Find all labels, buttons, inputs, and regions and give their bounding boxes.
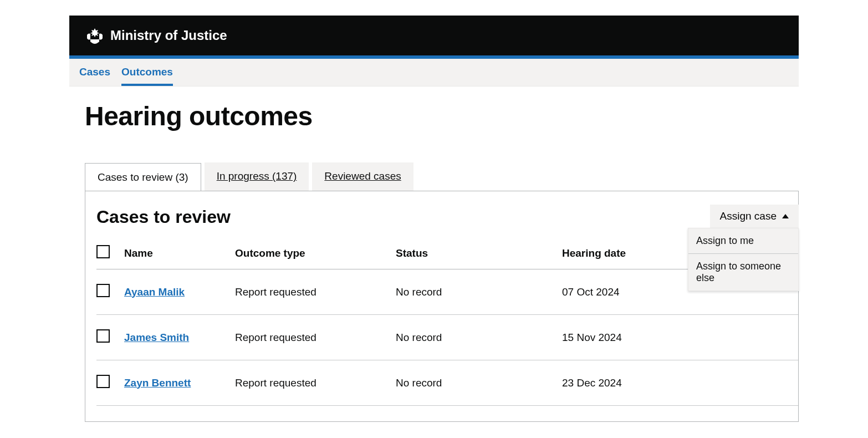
nav-item-outcomes[interactable]: Outcomes	[121, 59, 173, 86]
assign-case-label: Assign case	[720, 210, 777, 222]
tab-in-progress[interactable]: In progress (137)	[205, 162, 309, 191]
panel-title: Cases to review	[96, 207, 798, 227]
primary-nav: Cases Outcomes	[69, 59, 799, 86]
row-checkbox[interactable]	[96, 375, 110, 388]
assign-case-menu: Assign to me Assign to someone else	[688, 228, 799, 291]
org-name: Ministry of Justice	[110, 28, 227, 43]
cell-outcome-type: Report requested	[235, 360, 396, 406]
table-row: Zayn Bennett Report requested No record …	[96, 360, 798, 406]
row-checkbox[interactable]	[96, 284, 110, 297]
tab-panel: Cases to review Assign case Assign to me…	[85, 191, 799, 422]
col-header-status: Status	[396, 245, 562, 269]
assign-to-me[interactable]: Assign to me	[688, 228, 798, 253]
case-name-link[interactable]: Zayn Bennett	[124, 377, 191, 389]
tab-reviewed-cases[interactable]: Reviewed cases	[312, 162, 413, 191]
royal-crest-icon	[85, 27, 105, 44]
cell-hearing-date: 15 Nov 2024	[562, 315, 798, 360]
select-all-header	[96, 245, 124, 269]
cell-status: No record	[396, 315, 562, 360]
cell-outcome-type: Report requested	[235, 315, 396, 360]
cell-hearing-date: 23 Dec 2024	[562, 360, 798, 406]
app-header: Ministry of Justice	[69, 16, 799, 55]
assign-case-button[interactable]: Assign case	[710, 205, 799, 229]
col-header-name: Name	[124, 245, 235, 269]
caret-up-icon	[782, 214, 789, 218]
tab-cases-to-review[interactable]: Cases to review (3)	[85, 163, 201, 191]
nav-item-cases[interactable]: Cases	[79, 59, 110, 86]
tabs: Cases to review (3) In progress (137) Re…	[85, 162, 799, 191]
row-checkbox[interactable]	[96, 329, 110, 343]
cell-status: No record	[396, 360, 562, 406]
col-header-outcome-type: Outcome type	[235, 245, 396, 269]
assign-case-dropdown: Assign case Assign to me Assign to someo…	[710, 205, 799, 229]
select-all-checkbox[interactable]	[96, 245, 110, 258]
page-title: Hearing outcomes	[85, 101, 799, 131]
case-name-link[interactable]: Ayaan Malik	[124, 286, 185, 298]
assign-to-someone-else[interactable]: Assign to someone else	[688, 254, 798, 291]
table-row: James Smith Report requested No record 1…	[96, 315, 798, 360]
cell-status: No record	[396, 269, 562, 315]
cell-outcome-type: Report requested	[235, 269, 396, 315]
case-name-link[interactable]: James Smith	[124, 332, 189, 343]
